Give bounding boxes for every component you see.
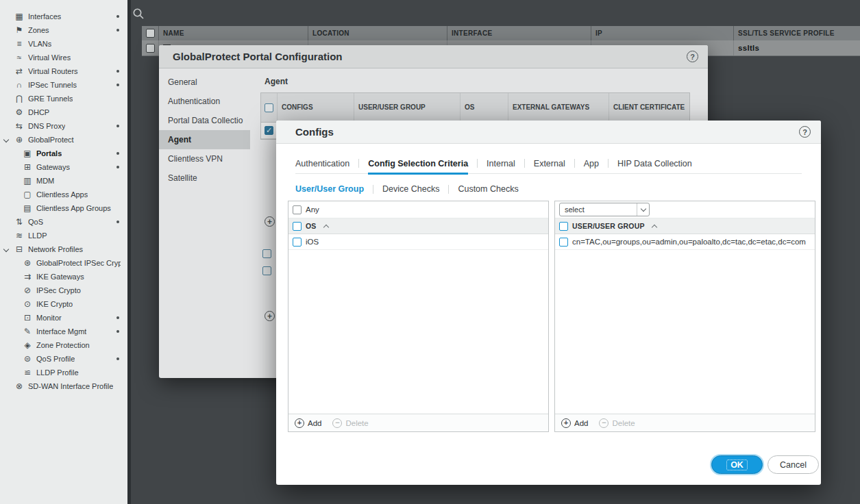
sort-asc-icon[interactable]: [651, 224, 656, 229]
configs-tab[interactable]: HIP Data Collection: [599, 153, 692, 174]
list-row-checkbox[interactable]: [262, 249, 271, 258]
sidebar-item[interactable]: ⚙ DHCP: [0, 105, 127, 119]
dialog-nav-item[interactable]: Authentication: [159, 92, 250, 111]
configs-tab[interactable]: App: [565, 153, 599, 174]
dialog-nav-item[interactable]: Satellite: [159, 168, 250, 188]
sidebar-item[interactable]: ≋ LLDP: [0, 229, 127, 242]
sidebar-item-label: IKE Gateways: [36, 273, 84, 281]
sidebar-item-label: Network Profiles: [28, 245, 83, 253]
sidebar-item[interactable]: ⊗ SD-WAN Interface Profile: [0, 379, 127, 393]
agent-row-checkbox-cell: [261, 123, 278, 138]
user-row-checkbox[interactable]: [559, 238, 568, 247]
add-button[interactable]: + Add: [561, 418, 588, 428]
os-panel: Any OS iOS: [288, 201, 549, 432]
add-item-icon[interactable]: +: [265, 311, 275, 321]
user-select-all-checkbox[interactable]: [559, 222, 568, 231]
ok-button[interactable]: OK: [711, 455, 763, 474]
column-header[interactable]: NAME: [158, 26, 308, 40]
sidebar-item[interactable]: ≈ Virtual Wires: [0, 51, 127, 64]
agent-column-header[interactable]: CLIENT CERTIFICATE: [609, 93, 689, 122]
os-column-header[interactable]: OS: [306, 222, 317, 230]
sidebar-item[interactable]: ✎ Interface Mgmt: [0, 325, 127, 338]
column-header[interactable]: LOCATION: [308, 26, 447, 40]
sidebar-item[interactable]: ⇅ QoS: [0, 215, 127, 229]
configs-tab[interactable]: Config Selection Criteria: [349, 153, 468, 174]
sidebar-item-label: DHCP: [28, 108, 49, 116]
sidebar-item[interactable]: ⊙ IKE Crypto: [0, 297, 127, 311]
dialog-nav-item[interactable]: Agent: [159, 130, 250, 149]
criteria-subtab[interactable]: Device Checks: [364, 184, 439, 194]
add-button[interactable]: + Add: [295, 418, 321, 428]
column-header[interactable]: INTERFACE: [447, 26, 591, 40]
delete-button[interactable]: − Delete: [599, 418, 635, 428]
add-config-icon[interactable]: +: [265, 216, 275, 227]
sidebar-item[interactable]: ▢ Clientless Apps: [0, 188, 127, 201]
os-select-all-checkbox[interactable]: [293, 222, 302, 231]
sidebar-item[interactable]: ⊞ Gateways: [0, 160, 127, 174]
agent-column-header[interactable]: CONFIGS: [278, 93, 354, 122]
select-all-checkbox[interactable]: [146, 29, 155, 38]
sidebar-item[interactable]: ⚑ Zones: [0, 23, 127, 37]
sidebar-item[interactable]: ◈ Zone Protection: [0, 338, 127, 352]
any-checkbox[interactable]: [293, 205, 302, 214]
dialog-nav-item[interactable]: Clientless VPN: [159, 149, 250, 168]
configs-tab[interactable]: External: [515, 153, 565, 174]
select-dropdown-button[interactable]: [637, 203, 649, 216]
chevron-expanded-icon[interactable]: [3, 247, 9, 252]
user-rows: cn=TAC,ou=groups,ou=admin,ou=paloalto,dc…: [555, 234, 815, 250]
column-header[interactable]: SSL/TLS SERVICE PROFILE: [733, 26, 860, 40]
user-row[interactable]: cn=TAC,ou=groups,ou=admin,ou=paloalto,dc…: [555, 234, 815, 250]
search-icon[interactable]: [132, 8, 145, 23]
dialog-nav-label: General: [168, 77, 197, 87]
agent-column-header[interactable]: OS: [460, 93, 508, 122]
agent-select-all-checkbox[interactable]: [265, 103, 273, 112]
sidebar-item[interactable]: ≡ VLANs: [0, 37, 127, 51]
user-group-select[interactable]: select: [559, 203, 650, 216]
configs-tab-label: HIP Data Collection: [617, 153, 692, 174]
agent-column-header[interactable]: EXTERNAL GATEWAYS: [508, 93, 609, 122]
sidebar-item[interactable]: ⇄ Virtual Routers: [0, 64, 127, 78]
sidebar-item[interactable]: ⇉ IKE Gateways: [0, 270, 127, 284]
sidebar-item[interactable]: ⊟ Network Profiles: [0, 242, 127, 256]
sidebar-item[interactable]: ⋂ GRE Tunnels: [0, 92, 127, 105]
sidebar-item[interactable]: ⊘ IPSec Crypto: [0, 284, 127, 297]
agent-column-header[interactable]: USER/USER GROUP: [354, 93, 460, 122]
item-dot-icon: [116, 125, 119, 127]
dialog-nav-item[interactable]: Portal Data Collectio: [159, 111, 250, 130]
sidebar-item[interactable]: ▥ MDM: [0, 174, 127, 188]
gateways-icon: ⊞: [22, 163, 33, 171]
help-icon[interactable]: ?: [799, 126, 811, 138]
configs-tab[interactable]: Authentication: [295, 153, 349, 174]
chevron-expanded-icon[interactable]: [3, 137, 9, 142]
criteria-subtab[interactable]: User/User Group: [295, 184, 364, 194]
os-row[interactable]: iOS: [288, 234, 548, 250]
delete-label: Delete: [612, 419, 635, 427]
delete-button[interactable]: − Delete: [332, 418, 368, 428]
sidebar-item[interactable]: ⊕ GlobalProtect: [0, 133, 127, 147]
cancel-button[interactable]: Cancel: [767, 455, 819, 474]
sidebar-item[interactable]: ▤ Clientless App Groups: [0, 201, 127, 215]
sidebar-item[interactable]: ▦ Interfaces: [0, 10, 127, 23]
os-row-checkbox[interactable]: [293, 238, 302, 247]
sidebar-item-label: GlobalProtect: [28, 136, 74, 144]
row-checkbox[interactable]: [146, 44, 155, 53]
sidebar-item[interactable]: ⇆ DNS Proxy: [0, 119, 127, 133]
sort-asc-icon[interactable]: [323, 224, 328, 229]
sidebar-item[interactable]: ≌ LLDP Profile: [0, 366, 127, 379]
sidebar-item[interactable]: ⊡ Monitor: [0, 311, 127, 325]
list-row-checkbox[interactable]: [262, 266, 271, 275]
agent-row-checkbox-checked[interactable]: [265, 126, 273, 135]
configs-tab[interactable]: Internal: [468, 153, 515, 174]
dialog-nav-item[interactable]: General: [159, 73, 250, 92]
sidebar-item[interactable]: ⊛ GlobalProtect IPSec Crypto: [0, 256, 127, 270]
column-header[interactable]: IP: [591, 26, 733, 40]
criteria-subtab[interactable]: Custom Checks: [439, 184, 518, 194]
sidebar-item[interactable]: ⊜ QoS Profile: [0, 352, 127, 366]
cancel-button-label: Cancel: [780, 460, 807, 470]
sidebar-item[interactable]: ▣ Portals: [0, 147, 127, 160]
user-column-header[interactable]: USER/USER GROUP: [572, 222, 645, 230]
sidebar-item[interactable]: ∩ IPSec Tunnels: [0, 78, 127, 92]
help-icon[interactable]: ?: [687, 51, 698, 62]
sidebar-item-label: DNS Proxy: [28, 122, 65, 130]
configs-tab-label: Config Selection Criteria: [368, 153, 468, 174]
